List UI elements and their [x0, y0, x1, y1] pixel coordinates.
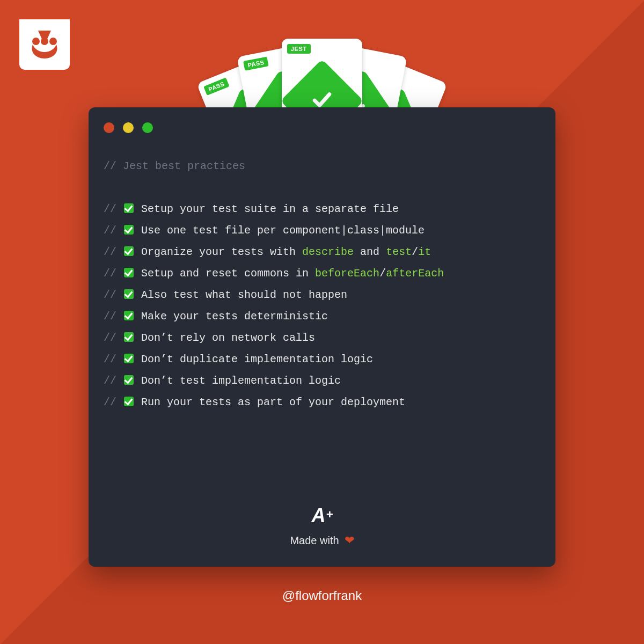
aplus-letter: A: [312, 504, 325, 527]
aplus-plus: +: [326, 508, 333, 522]
code-tip-row: // Use one test file per component|class…: [104, 220, 540, 241]
code-title-comment: // Jest best practices: [104, 156, 540, 177]
code-tip-row: // Don’t rely on network calls: [104, 327, 540, 349]
jest-logo-icon: [28, 28, 61, 61]
code-tip-row: // Run your tests as part of your deploy…: [104, 392, 540, 413]
check-icon: [124, 332, 134, 342]
window-footer: A+ Made with ❤: [89, 504, 555, 547]
check-icon: [124, 225, 134, 235]
code-tip-row: // Don’t duplicate implementation logic: [104, 349, 540, 370]
author-handle: @flowforfrank: [282, 588, 362, 603]
check-icon: [124, 289, 134, 299]
card-badge: PASS: [243, 57, 269, 71]
close-icon[interactable]: [104, 122, 114, 133]
window-traffic-lights: [104, 122, 153, 133]
code-tip-row: // Also test what should not happen: [104, 284, 540, 306]
code-tip-row: // Setup and reset commons in beforeEach…: [104, 263, 540, 284]
card-badge: PASS: [203, 77, 230, 96]
heart-icon: ❤: [345, 533, 354, 547]
code-tip-row: // Make your tests deterministic: [104, 306, 540, 327]
jest-logo-tile: [19, 19, 70, 70]
svg-point-2: [49, 38, 57, 45]
code-block: // Jest best practices // Setup your tes…: [104, 156, 540, 413]
check-icon: [124, 397, 134, 406]
zoom-icon[interactable]: [142, 122, 153, 133]
card-badge: JEST: [287, 44, 311, 54]
made-with-line: Made with ❤: [290, 533, 354, 547]
code-tip-row: // Setup your test suite in a separate f…: [104, 199, 540, 220]
aplus-logo: A+: [312, 504, 333, 527]
minimize-icon[interactable]: [123, 122, 134, 133]
check-icon: [124, 354, 134, 363]
check-icon: [124, 375, 134, 385]
stage: PASS PASS JEST: [0, 0, 644, 644]
check-icon: [124, 311, 134, 320]
check-icon: [124, 246, 134, 256]
code-window: // Jest best practices // Setup your tes…: [89, 107, 555, 567]
code-tip-row: // Don’t test implementation logic: [104, 370, 540, 392]
code-tip-row: // Organize your tests with describe and…: [104, 241, 540, 263]
check-icon: [124, 203, 134, 213]
made-with-text: Made with: [290, 535, 339, 547]
check-icon: [124, 268, 134, 277]
svg-point-0: [32, 38, 40, 45]
